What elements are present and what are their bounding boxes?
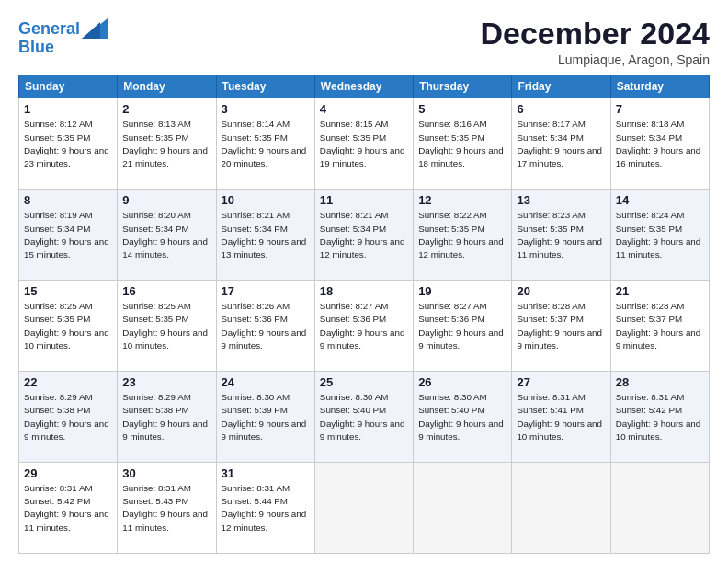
table-row: 17Sunrise: 8:26 AMSunset: 5:36 PMDayligh… (216, 281, 314, 372)
table-row: 15Sunrise: 8:25 AMSunset: 5:35 PMDayligh… (19, 281, 118, 372)
header-friday: Friday (512, 75, 610, 98)
table-row (512, 463, 610, 554)
table-row: 19Sunrise: 8:27 AMSunset: 5:36 PMDayligh… (414, 281, 512, 372)
table-row: 12Sunrise: 8:22 AMSunset: 5:35 PMDayligh… (414, 190, 512, 281)
title-block: December 2024 Lumpiaque, Aragon, Spain (480, 17, 710, 67)
calendar: Sunday Monday Tuesday Wednesday Thursday… (18, 75, 710, 554)
header-tuesday: Tuesday (216, 75, 314, 98)
calendar-header-row: Sunday Monday Tuesday Wednesday Thursday… (19, 75, 710, 98)
table-row: 24Sunrise: 8:30 AMSunset: 5:39 PMDayligh… (216, 372, 314, 463)
header-wednesday: Wednesday (314, 75, 413, 98)
table-row: 25Sunrise: 8:30 AMSunset: 5:40 PMDayligh… (314, 372, 413, 463)
table-row: 28Sunrise: 8:31 AMSunset: 5:42 PMDayligh… (610, 372, 709, 463)
logo: General Blue (18, 20, 108, 57)
table-row: 27Sunrise: 8:31 AMSunset: 5:41 PMDayligh… (512, 372, 610, 463)
table-row: 11Sunrise: 8:21 AMSunset: 5:34 PMDayligh… (314, 190, 413, 281)
table-row: 5Sunrise: 8:16 AMSunset: 5:35 PMDaylight… (414, 98, 512, 190)
location: Lumpiaque, Aragon, Spain (480, 52, 710, 67)
table-row (314, 463, 413, 554)
table-row: 21Sunrise: 8:28 AMSunset: 5:37 PMDayligh… (610, 281, 709, 372)
table-row: 18Sunrise: 8:27 AMSunset: 5:36 PMDayligh… (314, 281, 413, 372)
logo-icon (82, 18, 108, 39)
table-row: 20Sunrise: 8:28 AMSunset: 5:37 PMDayligh… (512, 281, 610, 372)
page: General Blue December 2024 Lumpiaque, Ar… (0, 0, 728, 563)
header: General Blue December 2024 Lumpiaque, Ar… (18, 17, 710, 67)
table-row: 9Sunrise: 8:20 AMSunset: 5:34 PMDaylight… (118, 190, 216, 281)
table-row: 6Sunrise: 8:17 AMSunset: 5:34 PMDaylight… (512, 98, 610, 190)
table-row: 8Sunrise: 8:19 AMSunset: 5:34 PMDaylight… (19, 190, 118, 281)
table-row: 30Sunrise: 8:31 AMSunset: 5:43 PMDayligh… (118, 463, 216, 554)
table-row: 1Sunrise: 8:12 AMSunset: 5:35 PMDaylight… (19, 98, 118, 190)
table-row (414, 463, 512, 554)
table-row (610, 463, 709, 554)
table-row: 2Sunrise: 8:13 AMSunset: 5:35 PMDaylight… (118, 98, 216, 190)
svg-marker-1 (82, 22, 100, 39)
logo-text: General (18, 20, 80, 39)
table-row: 3Sunrise: 8:14 AMSunset: 5:35 PMDaylight… (216, 98, 314, 190)
table-row: 14Sunrise: 8:24 AMSunset: 5:35 PMDayligh… (610, 190, 709, 281)
header-saturday: Saturday (610, 75, 709, 98)
header-monday: Monday (118, 75, 216, 98)
table-row: 13Sunrise: 8:23 AMSunset: 5:35 PMDayligh… (512, 190, 610, 281)
table-row: 23Sunrise: 8:29 AMSunset: 5:38 PMDayligh… (118, 372, 216, 463)
table-row: 26Sunrise: 8:30 AMSunset: 5:40 PMDayligh… (414, 372, 512, 463)
table-row: 7Sunrise: 8:18 AMSunset: 5:34 PMDaylight… (610, 98, 709, 190)
header-sunday: Sunday (19, 75, 118, 98)
header-thursday: Thursday (414, 75, 512, 98)
month-title: December 2024 (480, 17, 710, 51)
logo-blue: Blue (18, 39, 108, 57)
table-row: 16Sunrise: 8:25 AMSunset: 5:35 PMDayligh… (118, 281, 216, 372)
table-row: 29Sunrise: 8:31 AMSunset: 5:42 PMDayligh… (19, 463, 118, 554)
table-row: 4Sunrise: 8:15 AMSunset: 5:35 PMDaylight… (314, 98, 413, 190)
table-row: 22Sunrise: 8:29 AMSunset: 5:38 PMDayligh… (19, 372, 118, 463)
table-row: 10Sunrise: 8:21 AMSunset: 5:34 PMDayligh… (216, 190, 314, 281)
table-row: 31Sunrise: 8:31 AMSunset: 5:44 PMDayligh… (216, 463, 314, 554)
